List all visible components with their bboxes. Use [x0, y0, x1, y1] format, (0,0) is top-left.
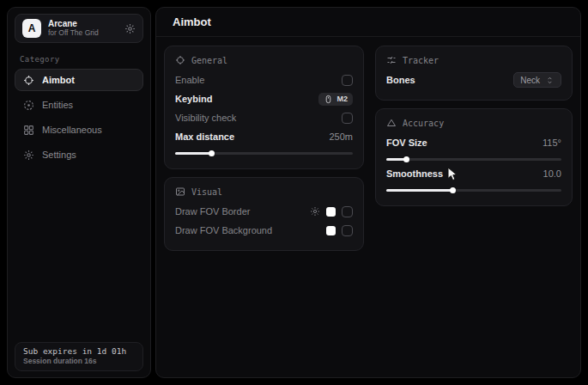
sidebar-item-entities[interactable]: Entities — [15, 94, 143, 116]
fov-background-checkbox[interactable] — [342, 225, 353, 236]
smoothness-value: 10.0 — [543, 168, 561, 179]
unfold-icon — [545, 76, 555, 85]
bones-select[interactable]: Neck — [513, 72, 561, 88]
gear-icon[interactable] — [124, 23, 136, 34]
mouse-icon — [324, 95, 333, 104]
sidebar-item-label: Miscellaneous — [42, 125, 102, 135]
slider-thumb[interactable] — [209, 150, 215, 156]
enable-label: Enable — [175, 75, 204, 85]
sidebar: A Arcane for Off The Grid Category Aimbo… — [7, 7, 151, 378]
gear-icon[interactable] — [310, 206, 320, 217]
visibility-check-label: Visibility check — [175, 113, 236, 123]
visual-card: Visual Draw FOV Border Draw FOV Backgrou… — [164, 177, 364, 251]
max-distance-value: 250m — [329, 131, 353, 142]
gear-icon — [23, 150, 34, 161]
fov-border-row: Draw FOV Border — [175, 202, 353, 221]
fov-size-slider[interactable] — [386, 158, 561, 161]
accuracy-card-title: Accuracy — [403, 119, 444, 128]
category-label: Category — [20, 55, 150, 64]
brand-logo: A — [22, 19, 41, 38]
fov-background-color-swatch[interactable] — [326, 226, 336, 235]
fov-size-value: 115° — [543, 138, 561, 148]
sidebar-item-label: Entities — [42, 100, 73, 110]
crosshair-icon — [23, 75, 34, 86]
max-distance-slider[interactable] — [175, 152, 353, 155]
visual-card-header: Visual — [175, 186, 353, 197]
fov-border-label: Draw FOV Border — [175, 206, 250, 217]
general-card: General Enable Keybind M2 Visi — [164, 46, 364, 169]
visibility-check-row: Visibility check — [175, 108, 353, 127]
main-header: Aimbot — [156, 8, 580, 37]
accuracy-card: Accuracy FOV Size 115° Smoothness 10.0 — [375, 108, 573, 206]
keybind-row: Keybind M2 — [175, 89, 353, 108]
image-icon — [175, 186, 185, 197]
bones-selected-value: Neck — [520, 76, 540, 85]
sidebar-item-aimbot[interactable]: Aimbot — [15, 69, 143, 91]
sidebar-nav: Aimbot Entities Miscellaneous Settings — [8, 69, 150, 166]
main-panel: Aimbot General Enable Keybind — [155, 7, 581, 378]
sidebar-item-settings[interactable]: Settings — [15, 144, 143, 166]
radar-icon — [23, 100, 34, 111]
keybind-value: M2 — [336, 95, 348, 103]
keybind-label: Keybind — [175, 94, 212, 104]
max-distance-row: Max distance 250m — [175, 127, 353, 146]
accuracy-card-header: Accuracy — [386, 118, 561, 128]
smoothness-row: Smoothness 10.0 — [386, 164, 561, 183]
crosshair-icon — [175, 55, 185, 65]
fov-background-label: Draw FOV Background — [175, 225, 272, 235]
sidebar-item-label: Aimbot — [42, 75, 75, 85]
sidebar-item-miscellaneous[interactable]: Miscellaneous — [15, 119, 143, 141]
max-distance-label: Max distance — [175, 131, 234, 142]
brand-text: Arcane for Off The Grid — [48, 19, 118, 37]
slider-thumb[interactable] — [450, 187, 456, 193]
triangle-icon — [386, 118, 397, 128]
sub-expiry-text: Sub expires in 1d 01h — [23, 346, 135, 356]
bones-label: Bones — [386, 75, 415, 85]
session-duration-text: Session duration 16s — [23, 357, 135, 365]
subscription-card: Sub expires in 1d 01h Session duration 1… — [15, 342, 143, 371]
sidebar-item-label: Settings — [42, 150, 76, 160]
route-icon — [386, 55, 397, 65]
tracker-card: Tracker Bones Neck — [375, 46, 573, 101]
fov-size-label: FOV Size — [386, 138, 427, 148]
fov-background-row: Draw FOV Background — [175, 221, 353, 240]
keybind-badge[interactable]: M2 — [318, 93, 353, 106]
tracker-card-header: Tracker — [386, 55, 561, 65]
general-card-header: General — [175, 55, 353, 65]
smoothness-slider[interactable] — [386, 189, 561, 192]
bones-row: Bones Neck — [386, 70, 561, 89]
smoothness-label: Smoothness — [386, 168, 443, 179]
brand-card: A Arcane for Off The Grid — [15, 14, 143, 43]
tracker-card-title: Tracker — [403, 56, 439, 65]
grid-icon — [23, 125, 34, 136]
brand-subtitle: for Off The Grid — [48, 29, 118, 38]
visual-card-title: Visual — [191, 187, 222, 197]
fov-border-color-swatch[interactable] — [326, 207, 336, 217]
general-card-title: General — [191, 56, 227, 65]
fov-border-checkbox[interactable] — [342, 206, 353, 217]
enable-checkbox[interactable] — [342, 75, 353, 86]
visibility-check-checkbox[interactable] — [342, 113, 353, 124]
page-title: Aimbot — [173, 15, 211, 28]
enable-row: Enable — [175, 70, 353, 89]
fov-size-row: FOV Size 115° — [386, 133, 561, 152]
slider-thumb[interactable] — [403, 156, 409, 162]
